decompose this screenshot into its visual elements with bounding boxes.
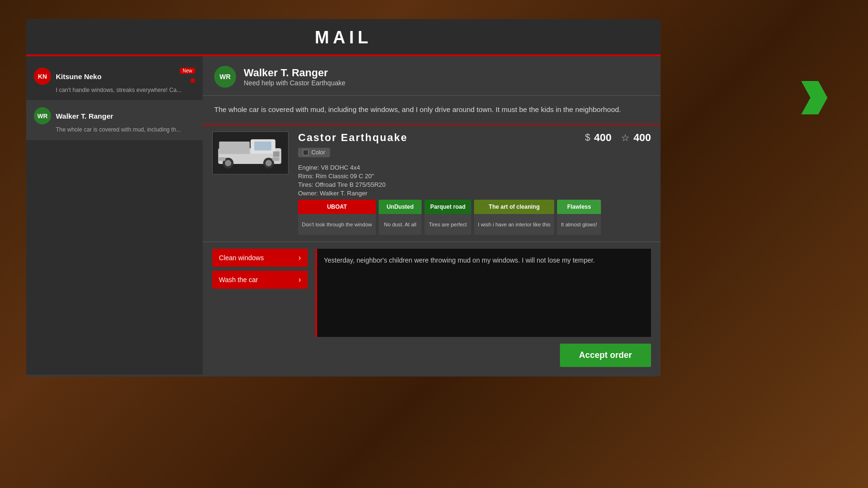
condition-artcleaning-label: The art of cleaning: [474, 200, 554, 214]
sender-name-walker: Walker T. Ranger: [56, 112, 113, 120]
color-swatch: [303, 150, 309, 155]
message-preview-walker: The whole car is covered with mud, inclu…: [56, 126, 189, 133]
mail-panel: MAIL KN Kitsune Neko New I can't handle …: [26, 19, 661, 376]
color-label: Color: [311, 149, 325, 156]
accept-btn-container: Accept order: [203, 344, 661, 375]
avatar-kitsune: KN: [34, 68, 51, 85]
svg-rect-9: [218, 157, 225, 161]
stars-value: 400: [633, 132, 651, 144]
sidebar-item-header: KN Kitsune Neko New: [34, 68, 195, 85]
avatar-walker: WR: [34, 107, 51, 124]
email-header: WR Walker T. Ranger Need help with Casto…: [203, 56, 661, 96]
email-sender-avatar: WR: [214, 66, 236, 88]
condition-parquet-desc: Tires are perfect: [424, 214, 471, 235]
svg-point-7: [265, 160, 271, 166]
unread-dot: [190, 78, 195, 83]
email-sender-info: Walker T. Ranger Need help with Castor E…: [244, 67, 345, 87]
task-wash-car[interactable]: Wash the car ›: [212, 271, 308, 289]
price-stat: $ 400: [585, 132, 611, 144]
engine-label: Engine: V8 DOHC 4x4: [298, 164, 651, 171]
tires-label: Tires: Offroad Tire B 275/55R20: [298, 181, 651, 188]
rims-label: Rims: Rim Classic 09 C 20": [298, 173, 651, 180]
task-wash-car-label: Wash the car: [219, 276, 258, 284]
svg-point-5: [225, 160, 231, 166]
title-bar: MAIL: [26, 19, 661, 56]
sidebar-item-kitsune[interactable]: KN Kitsune Neko New I can't handle windo…: [26, 61, 203, 101]
svg-rect-10: [273, 152, 279, 157]
condition-section: UBOAT Don't look through the window UnDu…: [298, 200, 651, 235]
mail-title: MAIL: [26, 28, 661, 48]
condition-parquet-label: Parquet road: [424, 200, 471, 214]
condition-uboat: UBOAT Don't look through the window: [298, 200, 376, 235]
condition-uboat-desc: Don't look through the window: [298, 214, 376, 235]
svg-rect-2: [254, 142, 271, 151]
condition-parquet: Parquet road Tires are perfect: [424, 200, 471, 235]
email-subject: Need help with Castor Earthquake: [244, 79, 345, 87]
bottom-section: Clean windows › Wash the car › Yesterday…: [203, 242, 661, 344]
car-thumbnail: [212, 132, 289, 174]
svg-rect-3: [219, 142, 249, 154]
condition-artcleaning: The art of cleaning I wish i have an int…: [474, 200, 554, 235]
mail-content: WR Walker T. Ranger Need help with Casto…: [203, 56, 661, 375]
email-sender-name: Walker T. Ranger: [244, 67, 345, 79]
car-info-section: Castor Earthquake Color $ 400: [203, 125, 661, 242]
condition-undusted-desc: No dust. At all: [379, 214, 422, 235]
car-image: [214, 132, 288, 173]
star-icon: ☆: [621, 132, 630, 143]
new-badge: New: [180, 68, 195, 74]
sidebar-item-header-walker: WR Walker T. Ranger: [34, 107, 195, 124]
stars-stat: ☆ 400: [621, 132, 651, 144]
condition-undusted: UnDusted No dust. At all: [379, 200, 422, 235]
task-clean-windows-label: Clean windows: [219, 254, 264, 262]
svg-rect-8: [272, 157, 279, 161]
task-clean-windows-arrow: ›: [299, 254, 301, 262]
car-details: Castor Earthquake Color $ 400: [298, 132, 651, 235]
task-clean-windows[interactable]: Clean windows ›: [212, 249, 308, 267]
car-info-left: Castor Earthquake Color: [298, 132, 408, 162]
condition-undusted-label: UnDusted: [379, 200, 422, 214]
condition-artcleaning-desc: I wish i have an interior like this: [474, 214, 554, 235]
car-engine-info: Engine: V8 DOHC 4x4 Rims: Rim Classic 09…: [298, 164, 651, 197]
mail-sidebar: KN Kitsune Neko New I can't handle windo…: [26, 56, 203, 375]
car-stats-right: $ 400 ☆ 400: [585, 132, 651, 144]
notes-area: Yesterday, neighbor's children were thro…: [315, 249, 651, 337]
sender-name-kitsune: Kitsune Neko: [56, 72, 102, 81]
email-body-text: The whole car is covered with mud, inclu…: [203, 96, 661, 125]
task-wash-car-arrow: ›: [299, 275, 301, 284]
sidebar-item-walker[interactable]: WR Walker T. Ranger The whole car is cov…: [26, 101, 203, 140]
price-value: 400: [594, 132, 612, 144]
color-badge: Color: [298, 148, 330, 157]
condition-flawless-desc: It almost glows!: [557, 214, 601, 235]
message-preview-kitsune: I can't handle windows, streaks everywhe…: [56, 87, 189, 93]
condition-uboat-label: UBOAT: [298, 200, 376, 214]
car-name: Castor Earthquake: [298, 132, 408, 144]
condition-flawless-label: Flawless: [557, 200, 601, 214]
accept-order-button[interactable]: Accept order: [560, 344, 651, 367]
dollar-icon: $: [585, 132, 590, 143]
condition-flawless: Flawless It almost glows!: [557, 200, 601, 235]
owner-label: Owner: Walker T. Ranger: [298, 190, 651, 197]
tasks-list: Clean windows › Wash the car ›: [212, 249, 308, 337]
